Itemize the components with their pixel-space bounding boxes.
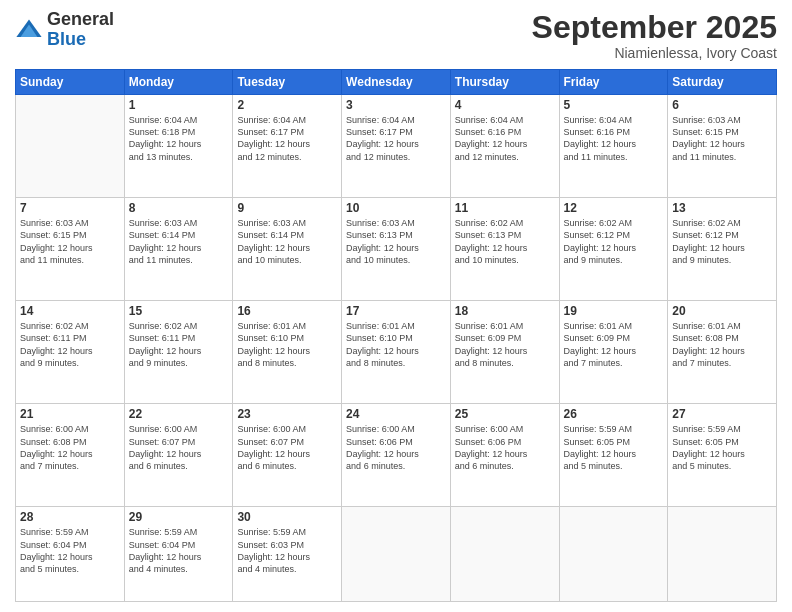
calendar-week-row: 21Sunrise: 6:00 AM Sunset: 6:08 PM Dayli… (16, 404, 777, 507)
calendar-day-cell: 12Sunrise: 6:02 AM Sunset: 6:12 PM Dayli… (559, 198, 668, 301)
day-number: 25 (455, 407, 555, 421)
calendar-day-cell (559, 507, 668, 602)
calendar-day-cell: 26Sunrise: 5:59 AM Sunset: 6:05 PM Dayli… (559, 404, 668, 507)
day-number: 17 (346, 304, 446, 318)
day-number: 9 (237, 201, 337, 215)
day-info: Sunrise: 6:02 AM Sunset: 6:11 PM Dayligh… (129, 320, 229, 369)
day-info: Sunrise: 5:59 AM Sunset: 6:05 PM Dayligh… (672, 423, 772, 472)
day-number: 16 (237, 304, 337, 318)
calendar-day-cell: 2Sunrise: 6:04 AM Sunset: 6:17 PM Daylig… (233, 95, 342, 198)
day-number: 1 (129, 98, 229, 112)
calendar-day-cell: 3Sunrise: 6:04 AM Sunset: 6:17 PM Daylig… (342, 95, 451, 198)
logo-icon (15, 16, 43, 44)
day-info: Sunrise: 6:04 AM Sunset: 6:18 PM Dayligh… (129, 114, 229, 163)
calendar-day-cell (668, 507, 777, 602)
calendar-day-cell: 10Sunrise: 6:03 AM Sunset: 6:13 PM Dayli… (342, 198, 451, 301)
logo-general: General (47, 10, 114, 30)
calendar-day-cell: 22Sunrise: 6:00 AM Sunset: 6:07 PM Dayli… (124, 404, 233, 507)
day-info: Sunrise: 5:59 AM Sunset: 6:03 PM Dayligh… (237, 526, 337, 575)
day-info: Sunrise: 6:00 AM Sunset: 6:06 PM Dayligh… (346, 423, 446, 472)
day-info: Sunrise: 6:03 AM Sunset: 6:15 PM Dayligh… (672, 114, 772, 163)
calendar-day-cell: 16Sunrise: 6:01 AM Sunset: 6:10 PM Dayli… (233, 301, 342, 404)
day-info: Sunrise: 6:00 AM Sunset: 6:08 PM Dayligh… (20, 423, 120, 472)
day-number: 22 (129, 407, 229, 421)
location: Niamienlessa, Ivory Coast (532, 45, 777, 61)
day-number: 24 (346, 407, 446, 421)
day-info: Sunrise: 6:01 AM Sunset: 6:09 PM Dayligh… (564, 320, 664, 369)
day-info: Sunrise: 6:01 AM Sunset: 6:10 PM Dayligh… (237, 320, 337, 369)
logo-text: General Blue (47, 10, 114, 50)
day-number: 11 (455, 201, 555, 215)
day-info: Sunrise: 6:04 AM Sunset: 6:17 PM Dayligh… (237, 114, 337, 163)
day-info: Sunrise: 6:04 AM Sunset: 6:17 PM Dayligh… (346, 114, 446, 163)
calendar-day-cell: 7Sunrise: 6:03 AM Sunset: 6:15 PM Daylig… (16, 198, 125, 301)
day-info: Sunrise: 6:00 AM Sunset: 6:06 PM Dayligh… (455, 423, 555, 472)
calendar-day-cell: 24Sunrise: 6:00 AM Sunset: 6:06 PM Dayli… (342, 404, 451, 507)
calendar-day-header: Wednesday (342, 70, 451, 95)
day-number: 28 (20, 510, 120, 524)
calendar-day-cell: 13Sunrise: 6:02 AM Sunset: 6:12 PM Dayli… (668, 198, 777, 301)
calendar-header-row: SundayMondayTuesdayWednesdayThursdayFrid… (16, 70, 777, 95)
day-number: 19 (564, 304, 664, 318)
calendar-day-header: Friday (559, 70, 668, 95)
calendar-day-cell: 1Sunrise: 6:04 AM Sunset: 6:18 PM Daylig… (124, 95, 233, 198)
calendar-day-cell: 18Sunrise: 6:01 AM Sunset: 6:09 PM Dayli… (450, 301, 559, 404)
day-info: Sunrise: 6:02 AM Sunset: 6:11 PM Dayligh… (20, 320, 120, 369)
header: General Blue September 2025 Niamienlessa… (15, 10, 777, 61)
calendar-week-row: 7Sunrise: 6:03 AM Sunset: 6:15 PM Daylig… (16, 198, 777, 301)
calendar-day-header: Sunday (16, 70, 125, 95)
calendar-day-cell: 14Sunrise: 6:02 AM Sunset: 6:11 PM Dayli… (16, 301, 125, 404)
day-number: 21 (20, 407, 120, 421)
day-number: 2 (237, 98, 337, 112)
day-number: 23 (237, 407, 337, 421)
day-info: Sunrise: 6:02 AM Sunset: 6:13 PM Dayligh… (455, 217, 555, 266)
day-number: 18 (455, 304, 555, 318)
day-info: Sunrise: 5:59 AM Sunset: 6:05 PM Dayligh… (564, 423, 664, 472)
day-number: 5 (564, 98, 664, 112)
day-info: Sunrise: 6:01 AM Sunset: 6:09 PM Dayligh… (455, 320, 555, 369)
day-info: Sunrise: 6:02 AM Sunset: 6:12 PM Dayligh… (672, 217, 772, 266)
day-number: 15 (129, 304, 229, 318)
month-title: September 2025 (532, 10, 777, 45)
calendar-day-header: Tuesday (233, 70, 342, 95)
calendar-day-cell: 20Sunrise: 6:01 AM Sunset: 6:08 PM Dayli… (668, 301, 777, 404)
day-number: 20 (672, 304, 772, 318)
calendar-day-header: Saturday (668, 70, 777, 95)
calendar-day-cell (450, 507, 559, 602)
title-section: September 2025 Niamienlessa, Ivory Coast (532, 10, 777, 61)
day-info: Sunrise: 6:03 AM Sunset: 6:14 PM Dayligh… (237, 217, 337, 266)
day-number: 10 (346, 201, 446, 215)
calendar-day-cell: 27Sunrise: 5:59 AM Sunset: 6:05 PM Dayli… (668, 404, 777, 507)
day-info: Sunrise: 6:01 AM Sunset: 6:08 PM Dayligh… (672, 320, 772, 369)
calendar-week-row: 1Sunrise: 6:04 AM Sunset: 6:18 PM Daylig… (16, 95, 777, 198)
day-number: 3 (346, 98, 446, 112)
day-info: Sunrise: 6:03 AM Sunset: 6:13 PM Dayligh… (346, 217, 446, 266)
logo-blue: Blue (47, 30, 114, 50)
day-info: Sunrise: 6:03 AM Sunset: 6:15 PM Dayligh… (20, 217, 120, 266)
day-number: 26 (564, 407, 664, 421)
calendar-day-cell: 8Sunrise: 6:03 AM Sunset: 6:14 PM Daylig… (124, 198, 233, 301)
calendar-day-cell: 23Sunrise: 6:00 AM Sunset: 6:07 PM Dayli… (233, 404, 342, 507)
calendar-day-header: Monday (124, 70, 233, 95)
calendar-day-cell: 17Sunrise: 6:01 AM Sunset: 6:10 PM Dayli… (342, 301, 451, 404)
calendar-week-row: 14Sunrise: 6:02 AM Sunset: 6:11 PM Dayli… (16, 301, 777, 404)
calendar-day-cell: 9Sunrise: 6:03 AM Sunset: 6:14 PM Daylig… (233, 198, 342, 301)
calendar-day-cell: 4Sunrise: 6:04 AM Sunset: 6:16 PM Daylig… (450, 95, 559, 198)
day-number: 8 (129, 201, 229, 215)
day-info: Sunrise: 5:59 AM Sunset: 6:04 PM Dayligh… (20, 526, 120, 575)
calendar-week-row: 28Sunrise: 5:59 AM Sunset: 6:04 PM Dayli… (16, 507, 777, 602)
calendar-day-cell: 6Sunrise: 6:03 AM Sunset: 6:15 PM Daylig… (668, 95, 777, 198)
calendar-day-cell: 30Sunrise: 5:59 AM Sunset: 6:03 PM Dayli… (233, 507, 342, 602)
calendar-day-cell: 28Sunrise: 5:59 AM Sunset: 6:04 PM Dayli… (16, 507, 125, 602)
calendar-day-cell: 15Sunrise: 6:02 AM Sunset: 6:11 PM Dayli… (124, 301, 233, 404)
day-number: 12 (564, 201, 664, 215)
day-info: Sunrise: 6:03 AM Sunset: 6:14 PM Dayligh… (129, 217, 229, 266)
day-info: Sunrise: 6:04 AM Sunset: 6:16 PM Dayligh… (564, 114, 664, 163)
day-number: 7 (20, 201, 120, 215)
day-info: Sunrise: 6:00 AM Sunset: 6:07 PM Dayligh… (129, 423, 229, 472)
calendar-day-cell (342, 507, 451, 602)
day-number: 29 (129, 510, 229, 524)
day-number: 30 (237, 510, 337, 524)
day-number: 14 (20, 304, 120, 318)
calendar-day-cell: 21Sunrise: 6:00 AM Sunset: 6:08 PM Dayli… (16, 404, 125, 507)
